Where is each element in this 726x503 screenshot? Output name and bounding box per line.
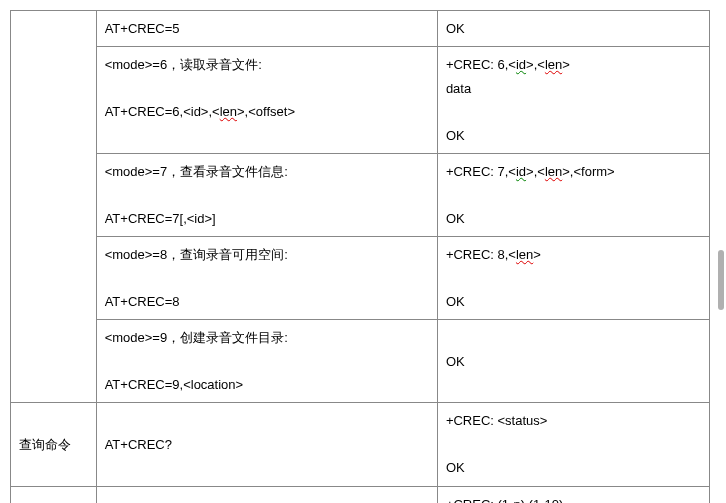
resp-text: OK <box>446 211 465 226</box>
resp-text: +CREC: 8,<len> <box>446 247 541 262</box>
response-cell: +CREC: 6,<id>,<len> data OK <box>437 47 709 154</box>
response-cell: +CREC: <status> OK <box>437 403 709 486</box>
response-cell: OK <box>437 11 709 47</box>
response-cell: +CREC: 7,<id>,<len>,<form> OK <box>437 153 709 236</box>
resp-text: +CREC: 7,<id>,<len>,<form> <box>446 164 615 179</box>
resp-text: OK <box>446 21 465 36</box>
label-cell: 查询命令 <box>11 403 97 486</box>
command-cell: <mode>=9，创建录音文件目录: AT+CREC=9,<location> <box>96 320 437 403</box>
resp-text: +CREC: 6,<id>,<len> <box>446 57 570 72</box>
scrollbar-thumb[interactable] <box>718 250 724 310</box>
command-table: AT+CREC=5 OK <mode>=6，读取录音文件: AT+CREC=6,… <box>10 10 710 503</box>
cmd-text: <mode>=6，读取录音文件: <box>105 57 262 72</box>
cmd-text: <mode>=7，查看录音文件信息: <box>105 164 288 179</box>
table-row: AT+CREC=5 OK <box>11 11 710 47</box>
table-row: <mode>=7，查看录音文件信息: AT+CREC=7[,<id>] +CRE… <box>11 153 710 236</box>
cmd-text: AT+CREC? <box>105 437 172 452</box>
resp-text: OK <box>446 460 465 475</box>
response-cell: +CREC: 8,<len> OK <box>437 237 709 320</box>
cmd-text: AT+CREC=8 <box>105 294 180 309</box>
resp-text: +CREC: (1-n),(1-10) <box>446 497 563 503</box>
resp-text: OK <box>446 294 465 309</box>
label-cell: 测试命令 <box>11 486 97 503</box>
cmd-text: <mode>=8，查询录音可用空间: <box>105 247 288 262</box>
command-cell: <mode>=6，读取录音文件: AT+CREC=6,<id>,<len>,<o… <box>96 47 437 154</box>
command-cell: <mode>=7，查看录音文件信息: AT+CREC=7[,<id>] <box>96 153 437 236</box>
table-row: <mode>=9，创建录音文件目录: AT+CREC=9,<location> … <box>11 320 710 403</box>
label-cell-empty <box>11 11 97 403</box>
cmd-text: AT+CREC=9,<location> <box>105 377 244 392</box>
cmd-text: AT+CREC=7[,<id>] <box>105 211 216 226</box>
command-cell: <mode>=8，查询录音可用空间: AT+CREC=8 <box>96 237 437 320</box>
resp-text: OK <box>446 354 465 369</box>
command-cell: AT+CREC? <box>96 403 437 486</box>
table-row: <mode>=6，读取录音文件: AT+CREC=6,<id>,<len>,<o… <box>11 47 710 154</box>
cmd-text: AT+CREC=5 <box>105 21 180 36</box>
command-cell: AT+CREC=? <box>96 486 437 503</box>
resp-text: OK <box>446 128 465 143</box>
cmd-text: AT+CREC=6,<id>,<len>,<offset> <box>105 104 295 119</box>
table-row: 测试命令 AT+CREC=? +CREC: (1-n),(1-10) <box>11 486 710 503</box>
resp-text: +CREC: <status> <box>446 413 548 428</box>
resp-text: data <box>446 81 471 96</box>
response-cell: +CREC: (1-n),(1-10) <box>437 486 709 503</box>
command-cell: AT+CREC=5 <box>96 11 437 47</box>
cmd-text: <mode>=9，创建录音文件目录: <box>105 330 288 345</box>
table-row: <mode>=8，查询录音可用空间: AT+CREC=8 +CREC: 8,<l… <box>11 237 710 320</box>
table-row: 查询命令 AT+CREC? +CREC: <status> OK <box>11 403 710 486</box>
response-cell: OK <box>437 320 709 403</box>
label-text: 查询命令 <box>19 437 71 452</box>
